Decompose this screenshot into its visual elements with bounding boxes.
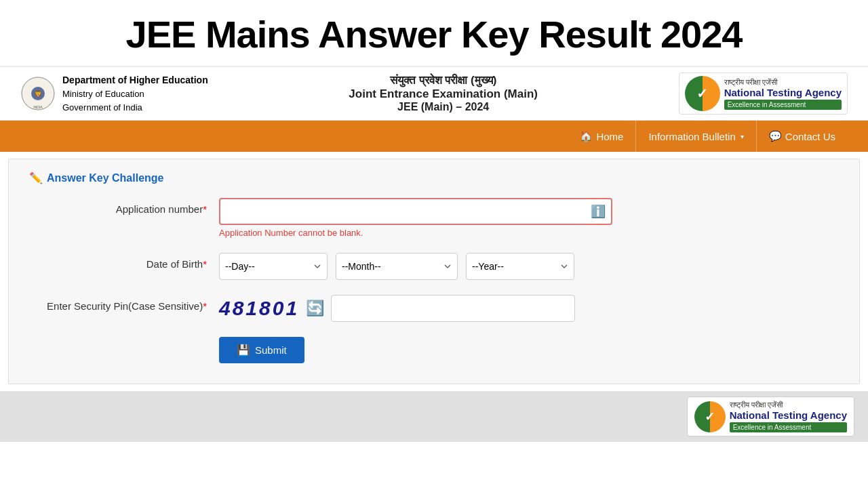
footer-nta-logo: राष्ट्रीय परीक्षा एजेंसी National Testin… (687, 396, 854, 436)
section-heading: ✏️ Answer Key Challenge (29, 171, 839, 184)
site-header: 🦁 INDIA Department of Higher Education M… (0, 67, 868, 121)
navbar: 🏠 Home Information Bulletin ▾ 💬 Contact … (0, 121, 868, 152)
footer-nta-text: राष्ट्रीय परीक्षा एजेंसी National Testin… (730, 401, 847, 432)
app-number-error: Application Number cannot be blank. (219, 228, 626, 238)
app-number-control: ℹ️ Application Number cannot be blank. (219, 198, 626, 238)
required-star: * (203, 203, 207, 215)
svg-text:INDIA: INDIA (33, 105, 43, 109)
security-pin-group: Enter Security Pin(Case Sensitive)* 4818… (29, 295, 839, 322)
submit-label: Submit (255, 344, 287, 356)
svg-text:🦁: 🦁 (34, 89, 43, 98)
floppy-icon: 💾 (237, 344, 250, 357)
nta-text: राष्ट्रीय परीक्षा एजेंसी National Testin… (724, 78, 842, 110)
security-pin-label: Enter Security Pin(Case Sensitive)* (29, 295, 219, 312)
app-number-label: Application number* (29, 198, 219, 215)
exam-english: Joint Entrance Examination (Main) (208, 87, 679, 101)
nta-logo: राष्ट्रीय परीक्षा एजेंसी National Testin… (679, 73, 848, 115)
india-emblem-icon: 🦁 INDIA (20, 76, 56, 111)
dept-text: Department of Higher Education Ministry … (62, 73, 208, 114)
nta-name: National Testing Agency (724, 87, 842, 98)
dept-name: Department of Higher Education (62, 73, 208, 87)
app-number-group: Application number* ℹ️ Application Numbe… (29, 198, 839, 238)
footer-bar: राष्ट्रीय परीक्षा एजेंसी National Testin… (0, 391, 868, 442)
content-area: ✏️ Answer Key Challenge Application numb… (8, 159, 860, 384)
contact-icon: 💬 (769, 130, 782, 142)
dept-line2: Ministry of Education (62, 87, 208, 101)
nav-contact-us[interactable]: 💬 Contact Us (756, 121, 848, 152)
exam-year: JEE (Main) – 2024 (208, 101, 679, 113)
nta-hindi: राष्ट्रीय परीक्षा एजेंसी (724, 78, 842, 87)
page-title: JEE Mains Answer Key Result 2024 (7, 12, 861, 56)
dob-year-select[interactable]: --Year-- (466, 253, 574, 280)
dob-required-star: * (203, 258, 207, 270)
dob-controls: --Day-- --Month-- --Year-- (219, 253, 626, 280)
nav-home-label: Home (596, 131, 623, 142)
footer-nta-hindi: राष्ट्रीय परीक्षा एजेंसी (730, 401, 847, 409)
exam-hindi: संयुक्त प्रवेश परीक्षा (मुख्य) (208, 74, 679, 87)
footer-nta-tagline: Excellence in Assessment (730, 422, 847, 432)
header-center: संयुक्त प्रवेश परीक्षा (मुख्य) Joint Ent… (208, 74, 679, 113)
app-number-input[interactable] (219, 198, 612, 225)
home-icon: 🏠 (580, 130, 593, 142)
dept-line3: Government of India (62, 101, 208, 115)
dob-label: Date of Birth* (29, 253, 219, 270)
footer-nta-name: National Testing Agency (730, 409, 847, 421)
dob-month-select[interactable]: --Month-- (336, 253, 458, 280)
header-right: राष्ट्रीय परीक्षा एजेंसी National Testin… (679, 73, 848, 115)
security-pin-input[interactable] (331, 295, 575, 322)
dob-day-select[interactable]: --Day-- (219, 253, 328, 280)
dob-group: Date of Birth* --Day-- --Month-- --Year-… (29, 253, 839, 280)
page-title-bar: JEE Mains Answer Key Result 2024 (0, 0, 868, 67)
nav-information-bulletin[interactable]: Information Bulletin ▾ (635, 121, 755, 152)
chevron-down-icon: ▾ (741, 133, 744, 140)
app-number-input-wrapper: ℹ️ (219, 198, 612, 225)
nta-circle-icon (685, 76, 720, 111)
footer-nta-circle-icon (694, 401, 726, 432)
refresh-captcha-icon[interactable]: 🔄 (306, 300, 324, 317)
section-heading-text: Answer Key Challenge (47, 172, 164, 184)
submit-row: 💾 Submit (29, 337, 839, 363)
captcha-display: 481801 (219, 297, 299, 320)
edit-icon: ✏️ (29, 171, 43, 184)
header-left: 🦁 INDIA Department of Higher Education M… (20, 73, 208, 114)
nta-tagline: Excellence in Assessment (724, 100, 842, 110)
submit-button[interactable]: 💾 Submit (219, 337, 304, 363)
nav-home[interactable]: 🏠 Home (568, 121, 635, 152)
nav-contact-label: Contact Us (785, 131, 835, 142)
security-required-star: * (203, 300, 207, 312)
security-pin-controls: 481801 🔄 (219, 295, 626, 322)
security-wrap: 481801 🔄 (219, 295, 626, 322)
error-icon: ℹ️ (591, 204, 606, 219)
nav-info-label: Information Bulletin (648, 131, 735, 142)
dob-selects: --Day-- --Month-- --Year-- (219, 253, 626, 280)
